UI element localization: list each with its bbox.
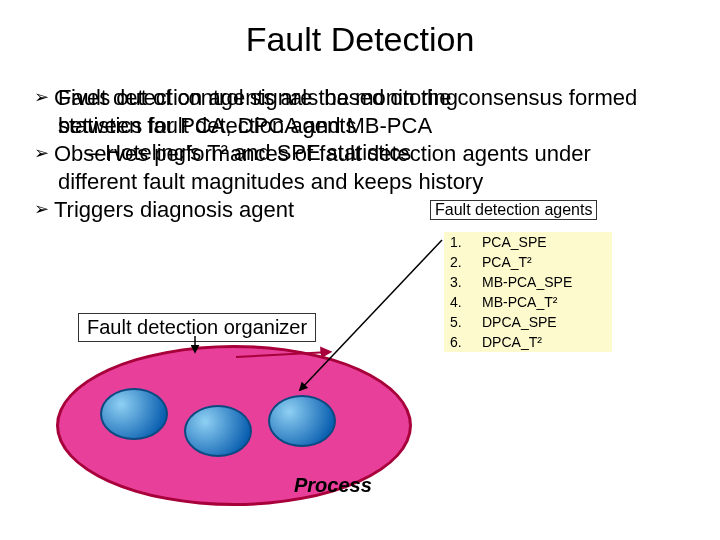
page-title: Fault Detection <box>0 20 720 59</box>
agent-node-icon <box>268 395 336 447</box>
bullet-text: different fault magnitudes and keeps his… <box>58 169 483 194</box>
bullet-icon: ➢ <box>34 198 54 221</box>
agent-node-icon <box>184 405 252 457</box>
agent-node-icon <box>100 388 168 440</box>
bullet-icon: ➢ <box>34 86 54 109</box>
overlay-text: statistics for PCA, DPCA and MB-PCA <box>58 113 432 138</box>
agents-label: Fault detection agents <box>430 200 597 220</box>
list-item: 5.DPCA_SPE <box>444 312 612 332</box>
organizer-label: Fault detection organizer <box>78 313 316 342</box>
bullet-text: Triggers diagnosis agent <box>54 197 294 222</box>
bullet-block: ➢Gives out of control signals based on t… <box>34 84 708 224</box>
bullet-icon: ➢ <box>34 142 54 165</box>
process-label: Process <box>294 474 372 497</box>
dash-text: – Hoteling's T² and SPE statistics <box>87 140 411 165</box>
overlay-text: Fault detection agents are the monitorin… <box>58 85 458 110</box>
list-item: 3.MB-PCA_SPE <box>444 272 612 292</box>
list-item: 2.PCA_T² <box>444 252 612 272</box>
list-item: 6.DPCA_T² <box>444 332 612 352</box>
list-item: 4.MB-PCA_T² <box>444 292 612 312</box>
list-item: 1.PCA_SPE <box>444 232 612 252</box>
agents-list: 1.PCA_SPE 2.PCA_T² 3.MB-PCA_SPE 4.MB-PCA… <box>444 232 612 352</box>
